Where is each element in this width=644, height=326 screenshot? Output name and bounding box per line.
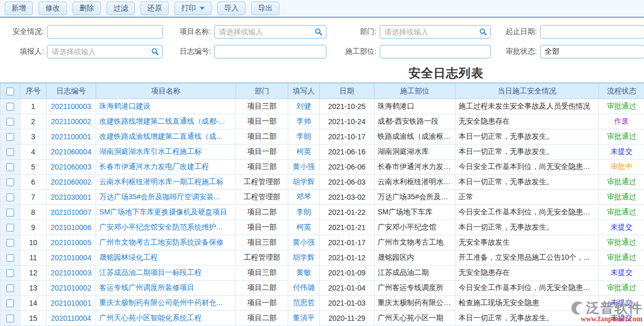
row-select-cell	[1, 190, 20, 205]
writer-link[interactable]: 邓琴	[297, 192, 311, 201]
log-no-link[interactable]: 2021010001	[51, 299, 91, 307]
log-no-link[interactable]: 2021100003	[51, 102, 91, 111]
log-number-input[interactable]	[214, 45, 326, 58]
toolbar-button-delete[interactable]: 删除	[73, 2, 101, 15]
toolbar-button-export[interactable]: 导出	[251, 2, 279, 15]
row-checkbox[interactable]	[6, 239, 14, 247]
search-icon[interactable]	[314, 28, 323, 36]
row-select-cell	[1, 175, 20, 190]
reporter-input[interactable]	[47, 45, 163, 58]
row-checkbox[interactable]	[6, 194, 14, 201]
location-cell: 湖南洞庭湖水库	[374, 144, 455, 160]
location-cell: 广州市文物考古工地	[374, 235, 455, 250]
writer-link[interactable]: 黄小强	[293, 162, 315, 171]
toolbar-button-restore[interactable]: 还原	[140, 2, 169, 15]
log-no-cell: 2021060003	[46, 160, 96, 175]
caret-down-icon	[200, 7, 205, 10]
writer-link[interactable]: 董清平	[293, 313, 315, 322]
toolbar-button-add[interactable]: 新增	[5, 2, 33, 15]
writer-link[interactable]: 胡学辉	[293, 177, 315, 186]
project-name-link[interactable]: 广安邓小平纪念馆安全防范系统维护...	[99, 223, 223, 231]
toolbar-button-print[interactable]: 打印	[174, 2, 212, 15]
row-checkbox[interactable]	[6, 269, 14, 277]
toolbar-button-import[interactable]: 导入	[217, 2, 245, 15]
department-input[interactable]	[380, 25, 491, 39]
row-checkbox[interactable]	[6, 178, 14, 186]
project-name-link[interactable]: 万达广场35#会所及咖啡厅空调安装...	[99, 192, 220, 201]
table-row: 22021100002改建铁路线增建第二线直通线（成都-...项目一部李帅202…	[1, 114, 644, 129]
row-checkbox[interactable]	[6, 103, 14, 111]
writer-link[interactable]: 李朗	[297, 132, 311, 140]
log-no-link[interactable]: 2021010005	[51, 238, 91, 247]
writer-link[interactable]: 刘健	[297, 102, 311, 110]
project-name-link[interactable]: 江苏成品油二期项目一标段工程	[99, 268, 202, 276]
location-cell: 江苏成品油二期	[374, 265, 455, 281]
row-checkbox[interactable]	[6, 315, 14, 322]
project-name-cell: 江苏成品油二期项目一标段工程	[96, 265, 236, 281]
log-no-link[interactable]: 2021010004	[51, 253, 91, 262]
row-checkbox[interactable]	[6, 133, 14, 141]
log-no-link[interactable]: 2021030001	[51, 193, 91, 201]
row-select-cell	[1, 220, 20, 235]
department-cell: 项目一部	[236, 114, 288, 129]
location-cell: 广安邓小平纪念馆	[374, 220, 455, 235]
safety-condition-input[interactable]	[47, 25, 163, 39]
project-name-link[interactable]: 重庆太极制药有限公司亳州中药材仓...	[99, 298, 223, 307]
log-no-link[interactable]: 2021060004	[51, 148, 91, 156]
project-name-link[interactable]: 湖南洞庭湖水库引水工程施工标	[99, 147, 202, 155]
row-checkbox[interactable]	[6, 209, 14, 216]
project-name-link[interactable]: 改建铁路线增建第二线直通线（成都-...	[99, 117, 225, 125]
row-checkbox[interactable]	[6, 163, 14, 171]
project-name-link[interactable]: 长春市伊通河水力发电厂改建工程	[99, 162, 209, 171]
log-no-link[interactable]: 2021100001	[51, 132, 91, 141]
writer-link[interactable]: 李帅	[297, 117, 311, 125]
construction-part-input[interactable]	[380, 45, 491, 58]
project-name-link[interactable]: 客运专线广州调度所装修项目	[99, 283, 194, 292]
toolbar: 新增修改删除过滤还原打印导入导出	[0, 0, 644, 18]
project-name-input[interactable]	[214, 25, 326, 39]
log-no-link[interactable]: 2021010007	[51, 208, 91, 216]
writer-link[interactable]: 胡学辉	[293, 253, 315, 261]
project-name-link[interactable]: 云南水利枢纽潜明水库一期工程施工标	[99, 177, 224, 186]
row-checkbox[interactable]	[6, 299, 14, 307]
approval-status-input[interactable]	[540, 45, 644, 58]
log-no-cell: 2021060002	[46, 175, 96, 190]
writer-link[interactable]: 黄敏	[297, 268, 311, 276]
row-checkbox[interactable]	[6, 118, 14, 126]
row-checkbox[interactable]	[6, 254, 14, 262]
writer-link[interactable]: 李朗	[297, 208, 311, 216]
writer-link[interactable]: 范思哲	[293, 298, 315, 307]
project-name-link[interactable]: 改建铁路成渝线增建第二直通线（成...	[99, 132, 223, 140]
department-cell: 项目二部	[236, 129, 288, 144]
row-checkbox[interactable]	[6, 148, 14, 156]
writer-link[interactable]: 付伟璐	[293, 283, 315, 292]
writer-link[interactable]: 黄小强	[293, 238, 315, 246]
project-name-link[interactable]: SM广场地下车库更换摄像机及硬盘项目	[99, 208, 227, 216]
writer-link[interactable]: 柯英	[297, 223, 311, 231]
row-checkbox[interactable]	[6, 284, 14, 292]
log-no-link[interactable]: 2021100002	[51, 117, 91, 126]
writer-link[interactable]: 柯英	[297, 147, 311, 155]
toolbar-button-filter[interactable]: 过滤	[107, 2, 135, 15]
project-name-link[interactable]: 广州天心苑小区智能化系统工程	[99, 313, 202, 322]
project-name-link[interactable]: 广州市文物考古工地安防系统设备保修	[99, 238, 224, 246]
log-no-link[interactable]: 2020110004	[51, 314, 91, 322]
search-icon[interactable]	[151, 47, 159, 56]
log-no-link[interactable]: 2021010003	[51, 269, 91, 277]
log-no-link[interactable]: 2021060003	[51, 163, 91, 171]
project-name-link[interactable]: 晟铭园林绿化工程	[99, 253, 158, 261]
select-all-checkbox[interactable]	[6, 88, 14, 95]
log-no-link[interactable]: 2021010006	[51, 223, 91, 232]
toolbar-button-edit[interactable]: 修改	[39, 2, 67, 15]
filter-panel: 安全情况:项目名称:部门:起止日期: 填报人:日志编号:施工部位:审批状态:	[0, 18, 644, 62]
column-header-log-no: 日志编号	[46, 83, 96, 99]
date-range-input[interactable]	[540, 25, 644, 39]
project-name-link[interactable]: 珠海鹤港口建设	[99, 102, 150, 110]
log-no-link[interactable]: 2021060002	[51, 178, 91, 186]
search-icon[interactable]	[479, 28, 487, 36]
status-badge: 审批通过	[607, 132, 636, 140]
department-cell: 项目一部	[236, 296, 288, 311]
safety-cell: 无安全隐患存在	[455, 114, 599, 129]
row-checkbox[interactable]	[6, 224, 14, 232]
log-no-link[interactable]: 2021010002	[51, 284, 91, 292]
